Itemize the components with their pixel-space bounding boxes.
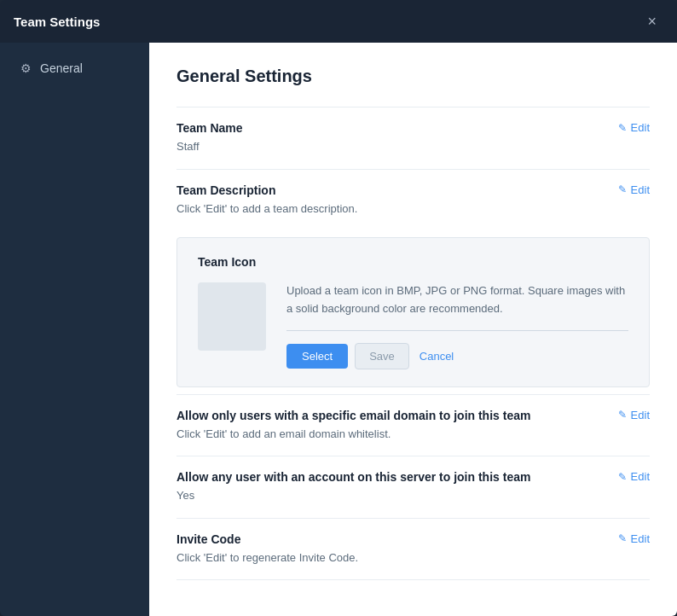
invite-code-info: Invite Code Click 'Edit' to regenerate I… [176,532,358,567]
team-name-info: Team Name Staff [176,121,243,155]
allow-any-user-edit-button[interactable]: ✎ Edit [608,470,650,483]
invite-code-row: Invite Code Click 'Edit' to regenerate I… [176,518,650,581]
page-title: General Settings [176,67,650,86]
email-domain-label: Allow only users with a specific email d… [176,409,530,422]
invite-code-header: Invite Code Click 'Edit' to regenerate I… [176,532,650,567]
icon-description: Upload a team icon in BMP, JPG or PNG fo… [286,282,628,369]
edit-icon-desc: ✎ [618,183,627,195]
team-icon-box: Team Icon Upload a team icon in BMP, JPG… [176,237,650,387]
sidebar-item-general[interactable]: ⚙ General [7,53,142,84]
modal-body: ⚙ General General Settings Team Name Sta… [0,43,677,616]
allow-any-user-row: Allow any user with an account on this s… [176,456,650,518]
team-icon-content: Upload a team icon in BMP, JPG or PNG fo… [198,282,628,369]
team-description-row: Team Description Click 'Edit' to add a t… [176,169,650,231]
team-icon-title: Team Icon [198,255,628,269]
allow-any-user-label: Allow any user with an account on this s… [176,470,530,484]
team-description-info: Team Description Click 'Edit' to add a t… [176,183,357,218]
gear-icon: ⚙ [20,61,32,75]
allow-any-user-info: Allow any user with an account on this s… [176,470,530,504]
team-name-value: Staff [176,138,243,155]
email-domain-value: Click 'Edit' to add an email domain whit… [176,426,530,443]
email-domain-row: Allow only users with a specific email d… [176,394,650,456]
modal-title: Team Settings [14,15,100,29]
modal-header: Team Settings × [0,0,677,43]
icon-divider [286,330,628,331]
email-domain-header: Allow only users with a specific email d… [176,409,650,443]
email-domain-info: Allow only users with a specific email d… [176,409,530,443]
invite-code-value: Click 'Edit' to regenerate Invite Code. [176,549,358,567]
icon-description-text: Upload a team icon in BMP, JPG or PNG fo… [286,282,628,318]
allow-any-user-header: Allow any user with an account on this s… [176,470,650,504]
team-description-value: Click 'Edit' to add a team description. [176,200,357,218]
cancel-button[interactable]: Cancel [416,344,457,369]
close-button[interactable]: × [640,10,663,32]
select-button[interactable]: Select [286,344,348,369]
sidebar-item-label: General [40,61,83,75]
edit-icon-any-user: ✎ [618,471,627,483]
team-name-header: Team Name Staff ✎ Edit [176,121,650,155]
icon-placeholder [198,282,266,351]
icon-actions: Select Save Cancel [286,343,628,369]
team-description-header: Team Description Click 'Edit' to add a t… [176,183,650,218]
edit-icon-invite: ✎ [618,532,627,544]
invite-code-label: Invite Code [176,532,358,546]
team-description-label: Team Description [176,183,357,197]
edit-icon-email: ✎ [618,409,627,421]
edit-icon: ✎ [618,122,627,134]
email-domain-edit-button[interactable]: ✎ Edit [608,409,650,421]
team-description-edit-button[interactable]: ✎ Edit [608,183,650,196]
team-name-label: Team Name [176,121,243,135]
team-settings-modal: Team Settings × ⚙ General General Settin… [0,0,677,616]
sidebar: ⚙ General [0,43,149,616]
team-name-edit-button[interactable]: ✎ Edit [608,121,650,134]
save-button: Save [355,343,409,369]
allow-any-user-value: Yes [176,487,530,504]
team-name-row: Team Name Staff ✎ Edit [176,107,650,169]
main-content: General Settings Team Name Staff ✎ Edit [149,43,677,616]
invite-code-edit-button[interactable]: ✎ Edit [608,532,650,545]
